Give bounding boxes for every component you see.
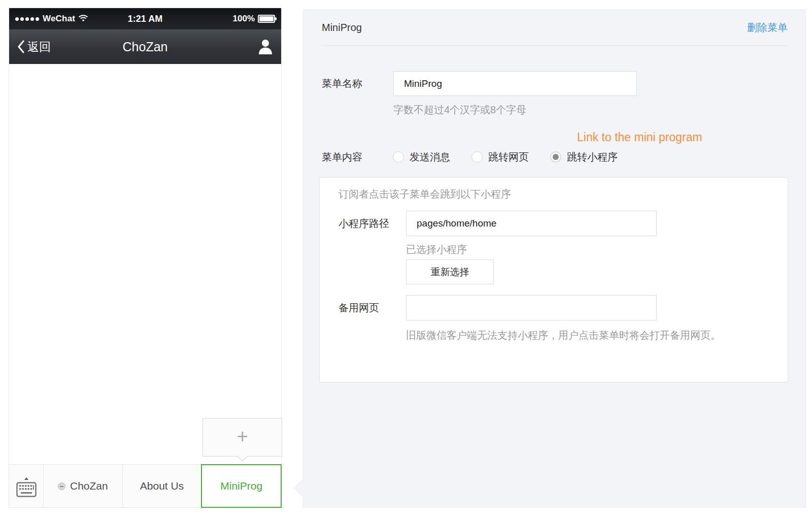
menu-name-input[interactable] (393, 71, 637, 96)
radio-open-webpage[interactable]: 跳转网页 (471, 150, 529, 164)
menu-item-label: ChoZan (70, 480, 108, 492)
editor-header: MiniProg 删除菜单 (322, 10, 788, 45)
menu-name-label: 菜单名称 (322, 71, 362, 96)
plus-icon: + (236, 427, 248, 446)
status-left: WeChat (15, 14, 128, 24)
radio-unchecked-icon (393, 151, 404, 163)
radio-label: 跳转网页 (488, 150, 529, 164)
fallback-hint: 旧版微信客户端无法支持小程序，用户点击菜单时将会打开备用网页。 (406, 326, 756, 344)
phone-status-bar: WeChat 1:21 AM 100% (9, 8, 281, 29)
radio-label: 跳转小程序 (567, 150, 618, 164)
wechat-menu-editor-screen: WeChat 1:21 AM 100% 返回 ChoZan (0, 0, 812, 517)
delete-menu-link[interactable]: 删除菜单 (747, 21, 788, 35)
menu-editor-panel: MiniProg 删除菜单 菜单名称 字数不超过4个汉字或8个字母 Link t… (303, 9, 806, 508)
phone-menu-bar: ChoZan About Us MiniProg (9, 464, 281, 507)
phone-nav-bar: 返回 ChoZan (9, 29, 281, 64)
path-label: 小程序路径 (339, 211, 389, 236)
keyboard-caret-icon (24, 475, 28, 480)
editor-title: MiniProg (322, 22, 362, 34)
status-time: 1:21 AM (128, 14, 162, 24)
chat-preview-area (9, 64, 281, 449)
mini-program-annotation: Link to the mini program (577, 131, 702, 144)
radio-open-miniprogram[interactable]: 跳转小程序 (550, 150, 618, 164)
status-right: 100% (162, 14, 275, 24)
fallback-label: 备用网页 (339, 295, 379, 320)
reselect-button[interactable]: 重新选择 (406, 260, 494, 284)
menu-content-options: 发送消息 跳转网页 跳转小程序 (393, 150, 639, 164)
menu-content-label: 菜单内容 (322, 150, 362, 164)
radio-send-message[interactable]: 发送消息 (393, 150, 450, 164)
menu-item-about-us[interactable]: About Us (122, 465, 201, 507)
wifi-icon (78, 15, 88, 23)
carrier-label: WeChat (43, 14, 75, 24)
header-divider (322, 45, 788, 46)
menu-item-miniprog[interactable]: MiniProg (201, 464, 282, 508)
menu-item-label: About Us (140, 480, 184, 492)
menu-item-chozan[interactable]: ChoZan (44, 465, 122, 507)
battery-percent: 100% (233, 14, 255, 24)
profile-icon[interactable] (258, 39, 273, 55)
path-input[interactable] (406, 211, 657, 236)
menu-item-label: MiniProg (220, 480, 262, 492)
add-submenu-popup[interactable]: + (202, 418, 282, 457)
submenu-indicator-icon (58, 482, 65, 490)
popup-caret-fill (238, 456, 247, 461)
selected-note: 已选择小程序 (406, 243, 467, 256)
phone-title: ChoZan (9, 40, 281, 54)
fallback-input[interactable] (406, 295, 657, 320)
radio-checked-icon (550, 151, 561, 163)
menu-name-hint: 字数不超过4个汉字或8个字母 (393, 103, 526, 117)
phone-preview: WeChat 1:21 AM 100% 返回 ChoZan (9, 8, 282, 508)
radio-unchecked-icon (471, 151, 483, 163)
radio-label: 发送消息 (410, 150, 450, 164)
mini-program-panel: 订阅者点击该子菜单会跳到以下小程序 小程序路径 已选择小程序 重新选择 备用网页… (319, 177, 788, 382)
panel-description: 订阅者点击该子菜单会跳到以下小程序 (339, 187, 511, 201)
signal-dots-icon (15, 17, 39, 21)
keyboard-icon (16, 482, 37, 497)
keyboard-toggle[interactable] (9, 465, 44, 507)
battery-icon (258, 15, 275, 23)
